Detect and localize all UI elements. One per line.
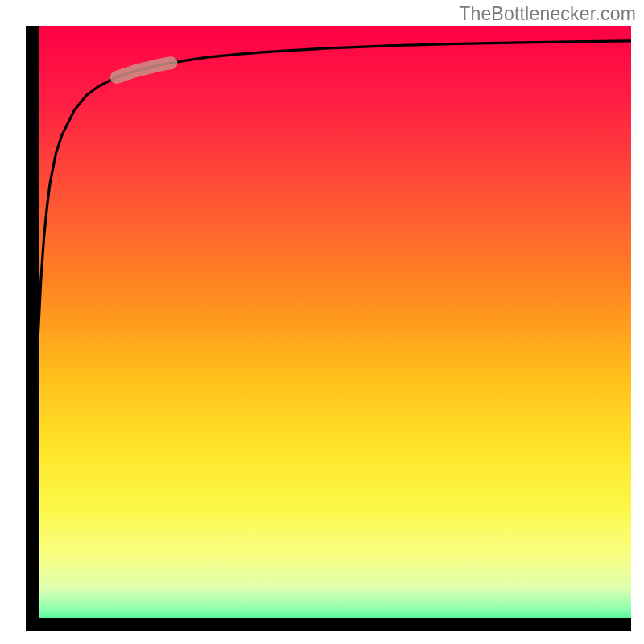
- plot-area: [26, 26, 631, 631]
- chart-root: TheBottlenecker.com: [0, 0, 644, 644]
- watermark-label: TheBottlenecker.com: [459, 3, 636, 25]
- gradient-background: [26, 26, 631, 631]
